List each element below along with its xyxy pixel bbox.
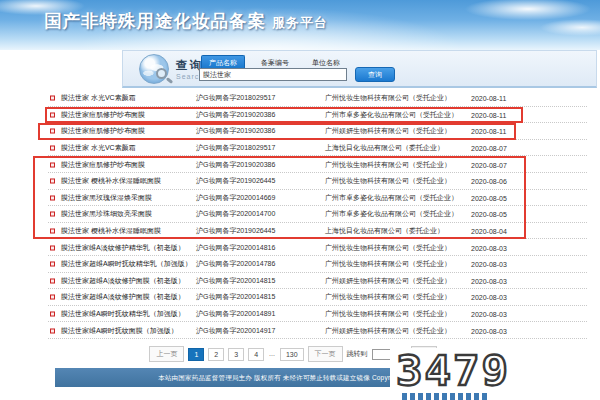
pagination-page-1[interactable]: 1 <box>188 348 204 361</box>
pagination-page-2[interactable]: 2 <box>208 348 224 361</box>
table-row: 膜法世家痘肌修护纱布面膜沪G妆网备字2019020386广州悦妆生物科技有限公司… <box>33 156 595 173</box>
product-name-link[interactable]: 膜法世家超维A淡纹修护面膜（初老版） <box>61 292 185 302</box>
record-number: 沪G妆网备字2019020386 <box>196 160 275 170</box>
company-name: 广州媄妍生物科技有限公司（受托企业） <box>325 126 451 136</box>
record-date: 2020-08-03 <box>471 277 507 284</box>
product-name-link[interactable]: 膜法世家维A瞬时抚纹面膜（加强版） <box>61 326 178 336</box>
table-row: 膜法世家 水光VC素颜霜沪G妆网备字2018029517广州悦妆生物科技有限公司… <box>33 90 595 107</box>
record-date: 2020-08-03 <box>471 327 507 334</box>
table-row: 膜法世家维A瞬时抚纹精华乳（加强版）沪G妆网备字2020014891广州悦妆生物… <box>33 306 595 323</box>
product-name-link[interactable]: 膜法世家黑玫瑰保湿焕采面膜 <box>61 193 152 203</box>
record-date: 2020-08-04 <box>471 228 507 235</box>
record-number: 沪G妆网备字2020014816 <box>196 243 275 253</box>
record-number: 沪G妆网备字2020014917 <box>196 326 275 336</box>
record-bullet-icon <box>50 195 55 200</box>
record-date: 2020-08-07 <box>471 161 507 168</box>
record-number: 沪G妆网备字2018029517 <box>196 93 275 103</box>
table-row: 膜法世家黑珍珠细致亮采面膜沪G妆网备字2020014700广州市卓多姿化妆品有限… <box>33 206 595 223</box>
company-name: 上海悦目化妆品有限公司（委托企业） <box>325 226 444 236</box>
company-name: 广州媄妍生物科技有限公司（受托企业） <box>325 276 451 286</box>
record-number: 沪G妆网备字2019026445 <box>196 226 275 236</box>
table-row: 膜法世家维A淡纹修护精华乳（初老版）沪G妆网备字2020014816广州悦妆生物… <box>33 239 595 256</box>
site-banner: 国产非特殊用途化妆品备案服务平台 <box>0 0 600 50</box>
company-name: 广州市卓多姿化妆品有限公司（受托企业） <box>325 110 458 120</box>
pagination-pages: 1234...130 <box>188 348 303 361</box>
pagination-page-130[interactable]: 130 <box>280 348 304 361</box>
product-name-link[interactable]: 膜法世家维A淡纹修护精华乳（初老版） <box>61 243 185 253</box>
record-bullet-icon <box>50 312 55 317</box>
pagination-prev[interactable]: 上一页 <box>149 346 184 362</box>
product-name-link[interactable]: 膜法世家超维A淡纹修护面膜（初老版） <box>61 276 185 286</box>
record-bullet-icon <box>50 278 55 283</box>
record-number: 沪G妆网备字2019020386 <box>196 110 275 120</box>
record-number: 沪G妆网备字2020014700 <box>196 209 275 219</box>
product-name-link[interactable]: 膜法世家痘肌修护纱布面膜 <box>61 110 145 120</box>
product-name-link[interactable]: 膜法世家超维A瞬时抚纹精华乳（加强版） <box>61 259 192 269</box>
company-name: 广州悦妆生物科技有限公司（受托企业） <box>325 259 451 269</box>
record-number: 沪G妆网备字2020014786 <box>196 259 275 269</box>
record-bullet-icon <box>50 295 55 300</box>
table-row: 膜法世家超维A淡纹修护面膜（初老版）沪G妆网备字2020014815广州悦妆生物… <box>33 289 595 306</box>
table-row: 膜法世家 樱桃补水保湿睡眠面膜沪G妆网备字2019026445广州悦妆生物科技有… <box>33 173 595 190</box>
record-date: 2020-08-07 <box>471 145 507 152</box>
record-bullet-icon <box>50 129 55 134</box>
record-bullet-icon <box>50 179 55 184</box>
company-name: 上海悦目化妆品有限公司（委托企业） <box>325 143 444 153</box>
record-number: 沪G妆网备字2020014815 <box>196 292 275 302</box>
product-name-link[interactable]: 膜法世家 水光VC素颜霜 <box>61 93 136 103</box>
pagination-page-3[interactable]: 3 <box>228 348 244 361</box>
company-name: 广州市卓多姿化妆品有限公司（受托企业） <box>325 193 458 203</box>
watermark-overlay: 3479 <box>390 348 600 400</box>
record-number: 沪G妆网备字2020014891 <box>196 309 275 319</box>
record-number: 沪G妆网备字2019020386 <box>196 126 275 136</box>
record-date: 2020-08-03 <box>471 244 507 251</box>
record-number: 沪G妆网备字2020014669 <box>196 193 275 203</box>
record-number: 沪G妆网备字2018029517 <box>196 143 275 153</box>
product-name-link[interactable]: 膜法世家 樱桃补水保湿睡眠面膜 <box>61 176 161 186</box>
record-date: 2020-08-11 <box>471 111 506 118</box>
site-title-main: 国产非特殊用途化妆品备案 <box>44 11 266 31</box>
record-bullet-icon <box>50 96 55 101</box>
product-name-link[interactable]: 膜法世家 水光VC素颜霜 <box>61 143 136 153</box>
pagination-next[interactable]: 下一页 <box>308 346 343 362</box>
record-date: 2020-08-11 <box>471 128 506 135</box>
record-bullet-icon <box>50 262 55 267</box>
record-bullet-icon <box>50 328 55 333</box>
record-date: 2020-08-11 <box>471 95 506 102</box>
company-name: 广州市卓多姿化妆品有限公司（受托企业） <box>325 209 458 219</box>
record-bullet-icon <box>50 229 55 234</box>
table-row: 膜法世家 樱桃补水保湿睡眠面膜沪G妆网备字2019026445上海悦目化妆品有限… <box>33 223 595 240</box>
search-input[interactable] <box>199 68 347 81</box>
jump-label: 跳转到 <box>347 349 368 359</box>
product-name-link[interactable]: 膜法世家黑珍珠细致亮采面膜 <box>61 209 152 219</box>
company-name: 广州悦妆生物科技有限公司（受托企业） <box>325 176 451 186</box>
table-row: 膜法世家超维A淡纹修护面膜（初老版）沪G妆网备字2020014815广州媄妍生物… <box>33 273 595 290</box>
product-name-link[interactable]: 膜法世家痘肌修护纱布面膜 <box>61 160 145 170</box>
product-name-link[interactable]: 膜法世家 樱桃补水保湿睡眠面膜 <box>61 226 161 236</box>
table-row: 膜法世家 水光VC素颜霜沪G妆网备字2018029517上海悦目化妆品有限公司（… <box>33 140 595 157</box>
record-date: 2020-08-05 <box>471 194 507 201</box>
company-name: 广州悦妆生物科技有限公司（受托企业） <box>325 93 451 103</box>
product-name-link[interactable]: 膜法世家痘肌修护纱布面膜 <box>61 126 145 136</box>
results-list: 膜法世家 水光VC素颜霜沪G妆网备字2018029517广州悦妆生物科技有限公司… <box>33 90 595 340</box>
record-date: 2020-08-03 <box>471 261 507 268</box>
product-name-link[interactable]: 膜法世家维A瞬时抚纹精华乳（加强版） <box>61 309 185 319</box>
search-panel: 查询 Search 产品名称备案编号单位名称 查询 <box>122 50 597 88</box>
table-row: 膜法世家黑玫瑰保湿焕采面膜沪G妆网备字2020014669广州市卓多姿化妆品有限… <box>33 190 595 207</box>
table-row: 膜法世家痘肌修护纱布面膜沪G妆网备字2019020386广州市卓多姿化妆品有限公… <box>33 107 595 124</box>
company-name: 广州悦妆生物科技有限公司（受托企业） <box>325 160 451 170</box>
record-date: 2020-08-06 <box>471 178 507 185</box>
search-button[interactable]: 查询 <box>355 67 395 82</box>
record-bullet-icon <box>50 212 55 217</box>
company-name: 广州悦妆生物科技有限公司（受托企业） <box>325 243 451 253</box>
magnifier-icon <box>156 68 167 79</box>
company-name: 广州媄妍生物科技有限公司（受托企业） <box>325 326 451 336</box>
watermark-number: 3479 <box>396 350 600 392</box>
record-number: 沪G妆网备字2020014815 <box>196 276 275 286</box>
record-bullet-icon <box>50 146 55 151</box>
pagination-ellipsis: ... <box>268 348 276 361</box>
table-row: 膜法世家痘肌修护纱布面膜沪G妆网备字2019020386广州媄妍生物科技有限公司… <box>33 123 595 140</box>
record-date: 2020-08-03 <box>471 294 507 301</box>
record-bullet-icon <box>50 162 55 167</box>
pagination-page-4[interactable]: 4 <box>248 348 264 361</box>
